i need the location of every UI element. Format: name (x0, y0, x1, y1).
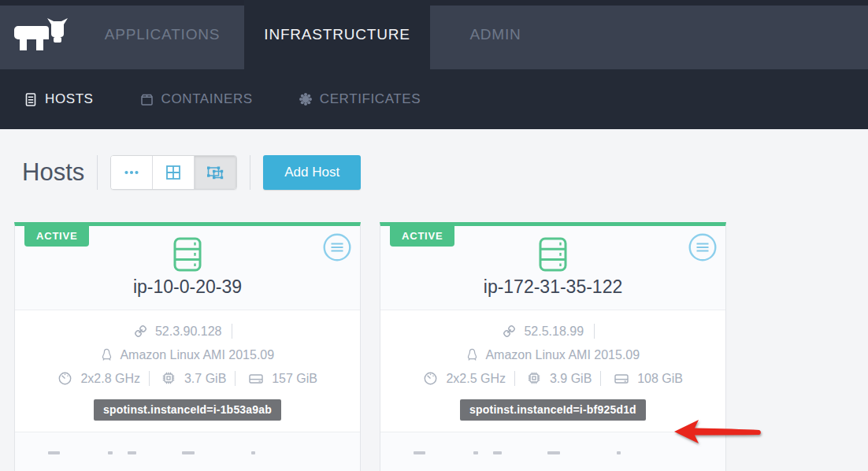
host-server-icon (172, 236, 202, 273)
host-server-icon (538, 236, 568, 273)
clipped-text-top (414, 451, 425, 454)
hosts-toolbar: Hosts (22, 154, 868, 191)
tab-admin[interactable]: ADMIN (430, 0, 561, 69)
host-label-tag[interactable]: spotinst.instanceId=i-1b53a9ab (94, 399, 281, 421)
linux-icon (101, 348, 121, 362)
certificates-icon (299, 92, 313, 106)
separator (235, 371, 236, 386)
tab-infrastructure[interactable]: INFRASTRUCTURE (244, 0, 430, 69)
separator (149, 371, 150, 386)
host-ip-row: 52.3.90.128 (15, 320, 360, 343)
sub-nav: HOSTS CONTAINERS CERTIFICATES (0, 69, 868, 129)
ellipsis-icon (124, 169, 139, 176)
red-arrow-annotation-icon (672, 417, 768, 447)
tab-label: APPLICATIONS (105, 26, 221, 43)
list-view-button[interactable] (111, 156, 153, 189)
clipped-text-top (617, 451, 621, 454)
link-icon (503, 325, 524, 338)
cpu-gauge-icon (57, 372, 80, 385)
host-menu-icon[interactable] (688, 232, 718, 262)
topology-view-button[interactable] (195, 156, 236, 189)
separator (232, 324, 232, 339)
host-card-header: ACTIVE ip-172-31-35-122 (380, 226, 725, 310)
host-memory: 3.7 GiB (184, 372, 226, 385)
separator (600, 371, 601, 386)
host-card-header: ACTIVE ip-10-0-20-39 (15, 226, 360, 310)
host-memory: 3.9 GiB (550, 372, 592, 385)
host-card-body: 52.5.18.99 Amazon Linux AMI 2015.09 (380, 310, 725, 432)
clipped-text-top (251, 451, 255, 454)
host-specs-row: 2x2.8 GHz 3.7 GiB 157 GiB (15, 367, 360, 391)
host-cpu: 2x2.5 GHz (446, 372, 506, 385)
status-badge: ACTIVE (24, 226, 89, 247)
rancher-logo[interactable] (0, 0, 80, 69)
memory-chip-icon (524, 372, 550, 385)
disk-icon (244, 372, 272, 385)
clipped-text-top (108, 451, 113, 454)
host-card-body: 52.3.90.128 Amazon Linux AMI 2015.09 (15, 310, 360, 432)
tab-label: INFRASTRUCTURE (264, 26, 410, 43)
host-os: Amazon Linux AMI 2015.09 (485, 348, 640, 362)
memory-chip-icon (158, 372, 184, 385)
cpu-gauge-icon (423, 372, 446, 385)
disk-icon (610, 372, 637, 385)
rancher-cow-icon (13, 17, 68, 53)
host-ip: 52.3.90.128 (155, 325, 222, 338)
top-nav: APPLICATIONS INFRASTRUCTURE ADMIN (0, 0, 868, 69)
subnav-label: CERTIFICATES (320, 91, 421, 107)
host-os-row: Amazon Linux AMI 2015.09 (380, 343, 725, 367)
tab-label: ADMIN (469, 26, 521, 43)
subnav-label: HOSTS (45, 91, 94, 107)
status-badge: ACTIVE (390, 226, 454, 247)
separator (594, 324, 595, 339)
linux-icon (466, 348, 486, 362)
host-storage: 157 GiB (272, 372, 317, 385)
tab-applications[interactable]: APPLICATIONS (80, 0, 244, 69)
host-card-footer (15, 432, 360, 471)
subnav-item-containers[interactable]: CONTAINERS (139, 91, 253, 107)
hosts-icon (24, 92, 38, 107)
page-title: Hosts (22, 158, 84, 187)
host-ip: 52.5.18.99 (524, 325, 584, 338)
view-mode-group (110, 155, 237, 190)
host-specs-row: 2x2.5 GHz 3.9 GiB 108 GiB (380, 367, 725, 391)
host-card-1: ACTIVE ip-10-0-20-39 (14, 222, 361, 471)
clipped-text-top (128, 451, 136, 454)
grid-icon (165, 164, 182, 181)
host-name[interactable]: ip-10-0-20-39 (15, 276, 360, 298)
host-label-tag[interactable]: spotinst.instanceId=i-bf925d1d (460, 399, 646, 421)
host-os-row: Amazon Linux AMI 2015.09 (15, 343, 360, 367)
host-menu-icon[interactable] (322, 232, 352, 262)
subnav-label: CONTAINERS (161, 91, 253, 107)
subnav-item-hosts[interactable]: HOSTS (24, 91, 94, 107)
add-host-button[interactable]: Add Host (263, 155, 361, 190)
link-icon (134, 325, 155, 338)
clipped-text-top (182, 451, 195, 454)
host-name[interactable]: ip-172-31-35-122 (380, 276, 725, 298)
clipped-text-top (547, 451, 560, 454)
subnav-item-certificates[interactable]: CERTIFICATES (299, 91, 421, 107)
separator (514, 371, 515, 386)
grid-view-button[interactable] (153, 156, 195, 189)
clipped-text-top (493, 451, 502, 454)
clipped-text-top (48, 451, 60, 454)
toolbar-divider (250, 155, 250, 190)
host-os: Amazon Linux AMI 2015.09 (120, 348, 274, 362)
clipped-text-top (473, 451, 478, 454)
host-storage: 108 GiB (637, 372, 683, 385)
host-ip-row: 52.5.18.99 (380, 320, 725, 343)
toolbar-divider (97, 155, 98, 190)
host-cpu: 2x2.8 GHz (80, 372, 140, 385)
containers-icon (139, 92, 154, 107)
topology-icon (206, 165, 224, 180)
